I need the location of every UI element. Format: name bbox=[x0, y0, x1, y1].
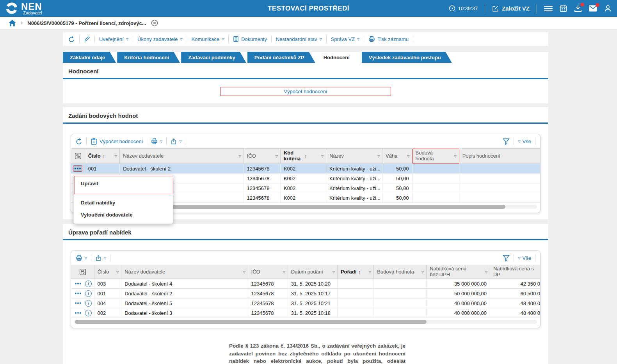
row-menu-button[interactable] bbox=[73, 290, 83, 297]
filter-caret-icon[interactable]: ▽ bbox=[485, 271, 487, 274]
messages-button[interactable] bbox=[589, 5, 597, 12]
col-header-vaha[interactable]: Váha ▽ bbox=[382, 149, 412, 163]
info-icon[interactable]: i bbox=[85, 310, 92, 316]
refresh-button[interactable] bbox=[76, 138, 82, 145]
chevron-right-icon: › bbox=[21, 19, 23, 26]
col-header-cena-bez-dph[interactable]: Nabídková cena bez DPH ▽ bbox=[427, 265, 490, 279]
filter-caret-icon[interactable]: ▽ bbox=[115, 155, 117, 158]
separator bbox=[271, 36, 272, 43]
tab-vysledek[interactable]: Výsledek zadávacího postupu bbox=[362, 52, 452, 63]
filter-caret-icon[interactable]: ▽ bbox=[377, 155, 380, 158]
row-menu-button[interactable] bbox=[73, 300, 83, 306]
scrollbar-thumb[interactable] bbox=[75, 320, 427, 324]
caret-down-icon: ▽ bbox=[85, 257, 87, 260]
menu-item-vylouceni-dodavatele[interactable]: Vyloučení dodavatele bbox=[81, 212, 132, 218]
downloads-button[interactable] bbox=[574, 5, 582, 12]
filter-caret-icon[interactable]: ▽ bbox=[407, 155, 409, 158]
caret-down-icon: ▽ bbox=[320, 38, 322, 41]
col-header-bodova-hodnota[interactable]: Bodová hodnota ▽ bbox=[413, 149, 459, 163]
nen-logo[interactable]: NEN Zadavatel bbox=[5, 2, 42, 15]
menu-nonstandard-state[interactable]: Nestandardní stav▽ bbox=[276, 36, 322, 42]
breadcrumb-record[interactable]: N006/25/V00005179 - Pořízení licencí, zd… bbox=[27, 20, 146, 26]
table-row[interactable]: i 002 Dodavatel - školení 3 12345678 31.… bbox=[71, 308, 540, 318]
grid-export-button[interactable]: ▽ bbox=[171, 138, 181, 145]
col-header-ico[interactable]: IČO ▽ bbox=[244, 149, 281, 163]
menu-item-upravit[interactable]: Upravit bbox=[81, 181, 98, 186]
grid-print-button[interactable]: ▽ bbox=[151, 138, 162, 144]
evaluation-heading: Hodnocení bbox=[63, 63, 548, 78]
horizontal-scrollbar[interactable] bbox=[74, 320, 537, 324]
sort-asc-icon: ↑ bbox=[103, 153, 105, 159]
col-header-nazev-dodavatele[interactable]: Název dodavatele ▽ bbox=[121, 265, 248, 279]
col-header-bodova-hodnota[interactable]: Bodová hodnota ▽ bbox=[374, 265, 427, 279]
filter-caret-icon[interactable]: ▽ bbox=[369, 271, 371, 274]
col-header-popis-hodnoceni[interactable]: Popis hodnocení bbox=[459, 149, 540, 163]
separator bbox=[186, 138, 186, 145]
filter-caret-icon[interactable]: ▽ bbox=[276, 155, 278, 158]
menu-vz-admin[interactable]: Správa VZ▽ bbox=[331, 36, 360, 42]
menu-publish[interactable]: Uveřejnění▽ bbox=[99, 36, 128, 42]
col-header-ico[interactable]: IČO ▽ bbox=[248, 265, 288, 279]
calc-evaluation-button[interactable]: Výpočet hodnocení bbox=[220, 87, 391, 96]
tab-zakladni-udaje[interactable]: Základní údaje bbox=[63, 52, 116, 63]
table-row[interactable]: i 001 Dodavatel - školení 2 12345678 31.… bbox=[71, 289, 540, 298]
filter-caret-icon[interactable]: ▽ bbox=[116, 271, 119, 274]
info-icon[interactable]: i bbox=[85, 290, 92, 297]
col-header-cislo[interactable]: Číslo ↑ ▽ bbox=[85, 149, 120, 163]
filter-caret-icon[interactable]: ▽ bbox=[239, 155, 241, 158]
col-header-cena-s-dph[interactable]: Nabídková cena s DP bbox=[490, 265, 540, 279]
separator bbox=[133, 36, 133, 43]
filter-caret-icon[interactable]: ▽ bbox=[243, 271, 245, 274]
filter-caret-icon[interactable]: ▽ bbox=[454, 155, 456, 158]
col-header-kod-kriteria[interactable]: Kód kritéria ↑ ▽ bbox=[281, 149, 326, 163]
row-menu-button[interactable] bbox=[73, 165, 82, 172]
home-icon[interactable] bbox=[9, 20, 16, 27]
filter-icon[interactable] bbox=[503, 138, 510, 145]
menu-communication[interactable]: Komunikace▽ bbox=[192, 36, 224, 42]
menu-button[interactable] bbox=[544, 5, 553, 12]
user-button[interactable] bbox=[604, 5, 612, 12]
column-settings-button[interactable] bbox=[71, 265, 94, 279]
print-record-button[interactable]: Tisk záznamu bbox=[368, 36, 409, 42]
edit-record-button[interactable] bbox=[84, 36, 90, 42]
filter-caret-icon[interactable]: ▽ bbox=[333, 271, 335, 274]
info-icon[interactable]: i bbox=[85, 300, 92, 307]
separator bbox=[326, 36, 327, 43]
menu-contracting-actions[interactable]: Úkony zadavatele▽ bbox=[137, 36, 183, 42]
caret-down-icon: ▽ bbox=[179, 140, 181, 143]
caret-down-icon: ▽ bbox=[126, 38, 128, 41]
view-all-dropdown[interactable]: ▽ Vše bbox=[518, 138, 531, 144]
column-settings-button[interactable] bbox=[71, 149, 85, 163]
calendar-button[interactable] bbox=[560, 5, 567, 12]
filter-caret-icon[interactable]: ▽ bbox=[283, 271, 285, 274]
grid-calc-evaluation-button[interactable]: Výpočet hodnocení bbox=[91, 138, 143, 145]
table-row[interactable]: 001 Dodavatel - školení 2 12345678 K002 … bbox=[71, 164, 540, 174]
record-action-bar: Uveřejnění▽ Úkony zadavatele▽ Komunikace… bbox=[63, 32, 548, 46]
grid-export-button[interactable]: ▽ bbox=[95, 255, 106, 261]
view-all-dropdown[interactable]: ▽ Vše bbox=[518, 255, 531, 261]
filter-caret-icon[interactable]: ▽ bbox=[321, 155, 324, 158]
col-header-nazev-dodavatele[interactable]: Název dodavatele ▽ bbox=[120, 149, 244, 163]
grid-print-button[interactable]: ▽ bbox=[76, 255, 87, 261]
row-menu-button[interactable] bbox=[73, 310, 83, 316]
col-header-poradi[interactable]: Pořadí ↑ ▽ bbox=[338, 265, 374, 279]
row-menu-button[interactable] bbox=[73, 281, 83, 287]
undo-button[interactable] bbox=[68, 36, 75, 43]
menu-item-detail-nabidky[interactable]: Detail nabídky bbox=[81, 200, 115, 206]
col-header-cislo[interactable]: Číslo ▽ bbox=[94, 265, 122, 279]
close-record-button[interactable] bbox=[151, 20, 158, 27]
menu-documents[interactable]: Dokumenty bbox=[233, 36, 267, 42]
filter-caret-icon[interactable]: ▽ bbox=[421, 271, 424, 274]
tab-zadavaci-podminky[interactable]: Zadávací podmínky bbox=[181, 52, 246, 63]
col-header-nazev[interactable]: Název ▽ bbox=[326, 149, 382, 163]
table-row[interactable]: i 004 Dodavatel - školení 5 12345678 31.… bbox=[71, 298, 540, 308]
table-row[interactable]: i 003 Dodavatel - školení 4 12345678 31.… bbox=[71, 279, 540, 289]
create-vz-button[interactable]: Založit VZ bbox=[492, 5, 530, 12]
info-icon[interactable]: i bbox=[85, 281, 92, 287]
col-header-datum-podani[interactable]: Datum podání ▽ bbox=[288, 265, 338, 279]
tab-kriteria-hodnoceni[interactable]: Kritéria hodnocení bbox=[117, 52, 180, 63]
tab-hodnoceni[interactable]: Hodnocení bbox=[317, 52, 361, 63]
printer-icon bbox=[151, 138, 158, 144]
filter-icon[interactable] bbox=[503, 255, 510, 261]
tab-podani-ucastniku[interactable]: Podání účastníků ZP bbox=[247, 52, 315, 63]
